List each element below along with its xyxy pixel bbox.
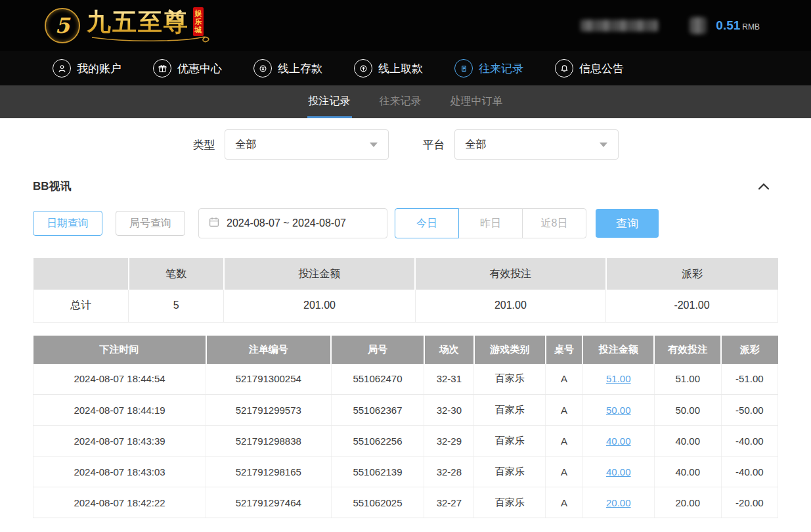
chevron-down-icon bbox=[600, 143, 607, 147]
user-area: 0.51RMB bbox=[581, 17, 760, 34]
date-range-input[interactable]: 2024-08-07 ~ 2024-08-07 bbox=[198, 208, 387, 238]
round-no: 551062025 bbox=[331, 487, 424, 518]
main-nav: 我的账户 优惠中心 线上存款 线上取款 往来记录 信息公告 bbox=[0, 51, 811, 85]
bets-header-bet-id: 注单编号 bbox=[206, 336, 332, 364]
nav-item-promotions[interactable]: 优惠中心 bbox=[153, 59, 222, 78]
bet-amount-link[interactable]: 20.00 bbox=[606, 497, 631, 508]
table-no: A bbox=[546, 426, 583, 456]
summary-table: 笔数 投注金额 有效投注 派彩 总计 5 201.00 201.00 -201.… bbox=[33, 258, 778, 322]
chevron-up-icon[interactable] bbox=[757, 182, 770, 190]
nav-item-label: 往来记录 bbox=[479, 61, 523, 76]
bets-table: 下注时间 注单编号 局号 场次 游戏类别 桌号 投注金额 有效投注 派彩 202… bbox=[33, 336, 778, 519]
withdraw-coin-icon bbox=[354, 59, 372, 78]
platform-filter-label: 平台 bbox=[423, 137, 445, 152]
bet-amount-link[interactable]: 50.00 bbox=[606, 405, 631, 416]
site-logo[interactable]: 5 九五至尊 娱乐城 bbox=[45, 6, 204, 45]
topbar: 5 九五至尊 娱乐城 0.51RMB bbox=[0, 0, 811, 51]
payout: -40.00 bbox=[721, 456, 778, 487]
section-title: BB视讯 bbox=[33, 179, 72, 194]
logo-badge: 娱乐城 bbox=[193, 7, 204, 36]
round-no: 551062139 bbox=[331, 456, 424, 487]
valid-bet: 50.00 bbox=[654, 395, 721, 426]
platform-filter-select[interactable]: 全部 bbox=[454, 129, 619, 160]
gift-icon bbox=[153, 59, 171, 78]
bet-amount-link[interactable]: 51.00 bbox=[606, 373, 631, 384]
type-filter-value: 全部 bbox=[236, 138, 257, 152]
bets-header-game-type: 游戏类别 bbox=[474, 336, 546, 364]
nav-item-announcements[interactable]: 信息公告 bbox=[555, 59, 624, 78]
table-row: 2024-08-07 18:44:19 521791299573 5510623… bbox=[33, 395, 778, 426]
bets-header-bet-amount: 投注金额 bbox=[582, 336, 654, 364]
bet-time: 2024-08-07 18:44:54 bbox=[33, 364, 206, 395]
summary-header-payout: 派彩 bbox=[606, 258, 778, 290]
username-masked bbox=[581, 20, 658, 32]
bet-id: 521791299573 bbox=[206, 395, 332, 426]
summary-header-blank bbox=[33, 258, 129, 290]
nav-item-deposit[interactable]: 线上存款 bbox=[253, 59, 322, 78]
table-row: 2024-08-07 18:42:22 521791297464 5510620… bbox=[33, 487, 778, 518]
bets-header-time: 下注时间 bbox=[33, 336, 206, 364]
date-range-value: 2024-08-07 ~ 2024-08-07 bbox=[227, 217, 346, 229]
balance-amount: 0.51 bbox=[716, 18, 740, 32]
last-8-days-button[interactable]: 近8日 bbox=[522, 208, 586, 238]
nav-item-label: 我的账户 bbox=[77, 61, 121, 76]
summary-total-row: 总计 5 201.00 201.00 -201.00 bbox=[33, 290, 778, 322]
tab-transaction-records[interactable]: 往来记录 bbox=[378, 85, 423, 118]
payout: -20.00 bbox=[721, 487, 778, 518]
bet-time: 2024-08-07 18:43:39 bbox=[33, 426, 206, 456]
tab-label: 投注记录 bbox=[309, 95, 351, 106]
type-filter-select[interactable]: 全部 bbox=[225, 129, 389, 160]
platform-filter-value: 全部 bbox=[466, 138, 487, 152]
table-no: A bbox=[546, 395, 583, 426]
summary-header-valid-bet: 有效投注 bbox=[415, 258, 605, 290]
summary-header-count: 笔数 bbox=[129, 258, 224, 290]
nav-item-records[interactable]: 往来记录 bbox=[454, 59, 523, 78]
round-query-label: 局号查询 bbox=[129, 217, 171, 231]
bet-time: 2024-08-07 18:43:03 bbox=[33, 456, 206, 487]
balance: 0.51RMB bbox=[716, 18, 760, 33]
valid-bet: 20.00 bbox=[654, 487, 721, 518]
game-type: 百家乐 bbox=[474, 456, 546, 487]
search-button[interactable]: 查询 bbox=[596, 209, 659, 238]
bet-id: 521791300254 bbox=[206, 364, 332, 395]
bet-amount-link[interactable]: 40.00 bbox=[606, 435, 631, 447]
today-button[interactable]: 今日 bbox=[395, 208, 459, 238]
payout: -50.00 bbox=[721, 395, 778, 426]
round-no: 551062470 bbox=[331, 364, 424, 395]
bet-id: 521791298838 bbox=[206, 426, 332, 456]
bet-id: 521791297464 bbox=[206, 487, 332, 518]
type-filter-label: 类型 bbox=[193, 137, 215, 152]
bets-header-valid-bet: 有效投注 bbox=[654, 336, 721, 364]
tab-bet-records[interactable]: 投注记录 bbox=[307, 85, 352, 118]
record-tabs: 投注记录 往来记录 处理中订单 bbox=[0, 85, 811, 118]
session: 32-30 bbox=[424, 395, 474, 426]
logo-flourish-icon bbox=[91, 33, 215, 45]
section-header: BB视讯 bbox=[0, 171, 811, 194]
bets-header-row: 下注时间 注单编号 局号 场次 游戏类别 桌号 投注金额 有效投注 派彩 bbox=[33, 336, 778, 364]
round-query-button[interactable]: 局号查询 bbox=[116, 211, 185, 236]
valid-bet: 40.00 bbox=[654, 426, 721, 456]
valid-bet: 51.00 bbox=[654, 364, 721, 395]
bet-time: 2024-08-07 18:42:22 bbox=[33, 487, 206, 518]
summary-valid-bet: 201.00 bbox=[415, 290, 605, 322]
summary-header-bet-amount: 投注金额 bbox=[224, 258, 415, 290]
round-no: 551062256 bbox=[331, 426, 424, 456]
summary-header-row: 笔数 投注金额 有效投注 派彩 bbox=[33, 258, 778, 290]
payout: -40.00 bbox=[721, 426, 778, 456]
session: 32-31 bbox=[424, 364, 474, 395]
nav-item-label: 线上存款 bbox=[278, 61, 322, 76]
bet-amount-link[interactable]: 40.00 bbox=[606, 466, 631, 477]
bets-header-session: 场次 bbox=[424, 336, 474, 364]
yesterday-button[interactable]: 昨日 bbox=[458, 208, 523, 238]
round-no: 551062367 bbox=[331, 395, 424, 426]
tab-processing-orders[interactable]: 处理中订单 bbox=[449, 85, 504, 118]
date-query-label: 日期查询 bbox=[47, 217, 89, 231]
logo-emblem-digit: 5 bbox=[55, 13, 70, 38]
summary-payout: -201.00 bbox=[606, 290, 778, 322]
date-query-button[interactable]: 日期查询 bbox=[33, 211, 102, 236]
game-type: 百家乐 bbox=[474, 426, 546, 456]
nav-item-withdraw[interactable]: 线上取款 bbox=[354, 59, 423, 78]
nav-item-my-account[interactable]: 我的账户 bbox=[53, 59, 121, 78]
summary-bet-amount: 201.00 bbox=[224, 290, 415, 322]
records-icon bbox=[454, 59, 473, 78]
